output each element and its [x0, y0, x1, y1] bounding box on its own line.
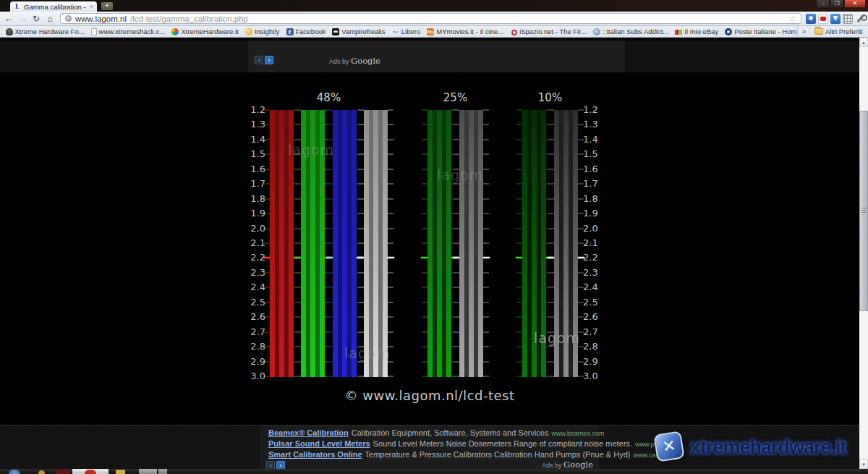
close-button[interactable]: ✕	[844, 0, 866, 8]
tick-1.8-left	[516, 198, 522, 200]
tick-2.8-left	[295, 346, 301, 347]
tick-1.3-right	[388, 124, 393, 125]
back-icon[interactable]: ←	[3, 12, 14, 25]
other-bookmarks-folder[interactable]: Altri Preferiti	[811, 26, 866, 38]
taskbar-item[interactable]	[9, 470, 20, 474]
tick-2.4-left	[516, 287, 522, 288]
tick-1.9-left	[327, 213, 333, 214]
scroll-up-icon[interactable]: ▲	[859, 38, 868, 47]
browser-tab[interactable]: L Gamma calibration - Lag... ×	[10, 1, 97, 12]
tick-1.3-left	[454, 124, 459, 125]
bookmark-item[interactable]: Xtreme Hardware Fo...	[2, 26, 88, 38]
bookmark-item[interactable]: www.xtremeshack.c...	[88, 26, 169, 38]
tick-2.1-left	[358, 242, 364, 244]
bookmark-item[interactable]: XtremeHardware.it	[169, 26, 242, 38]
bulb-favicon-icon	[245, 28, 252, 35]
extension-grid-icon[interactable]	[843, 14, 853, 24]
forward-icon[interactable]: →	[17, 12, 28, 25]
tick-3.0-left	[422, 376, 427, 377]
tick-1.2-left	[454, 109, 459, 111]
tick-1.5-left	[358, 153, 364, 155]
tick-2.5-left	[327, 302, 333, 303]
minimize-button[interactable]: –	[817, 0, 830, 8]
tick-2.5-left	[548, 302, 554, 303]
bookmark-item[interactable]: iSpazio.net - The Fir...	[507, 26, 590, 38]
tick-2.5-left	[358, 302, 364, 303]
tick-2.7-left	[327, 331, 333, 333]
taskbar-item[interactable]	[139, 469, 157, 474]
page-favicon-icon	[91, 28, 97, 35]
tick-1.9-left	[516, 213, 522, 214]
bookmark-label: Vampirefreaks	[341, 27, 386, 35]
scroll-down-icon[interactable]: ▼	[859, 460, 868, 469]
ad-title-link[interactable]: Pulsar Sound Level Meters	[268, 439, 370, 448]
extension-badge-icon[interactable]	[806, 14, 816, 24]
new-tab-button[interactable]: +	[101, 2, 113, 10]
tick-1.8-left	[454, 198, 459, 200]
bookmark-item[interactable]: Poste Italiane - Hom...	[722, 26, 797, 38]
tick-3.0-right	[388, 376, 393, 377]
tick-2.9-left	[548, 361, 554, 363]
scale-left-2.9: 2.9	[222, 356, 265, 368]
ispazio-favicon-icon	[510, 28, 517, 35]
maximize-button[interactable]: ❒	[830, 0, 843, 8]
footer-ads-by-google-link[interactable]: Ads by Google	[542, 460, 593, 470]
taskbar-item[interactable]	[72, 469, 109, 474]
taskbar-item[interactable]	[38, 470, 45, 474]
scale-left-2.5: 2.5	[222, 297, 265, 308]
tick-1.6-left	[516, 169, 522, 170]
extension-youtube-icon[interactable]	[818, 14, 828, 24]
wave-favicon-icon	[392, 28, 399, 35]
scrollbar-thumb[interactable]	[859, 111, 868, 311]
tick-1.3-right	[483, 124, 489, 125]
taskbar-item[interactable]	[56, 470, 70, 474]
tick-1.5-right	[388, 153, 393, 155]
tick-2.1-right	[483, 242, 489, 244]
tab-title: Gamma calibration - Lag...	[24, 3, 87, 11]
page-scrollbar[interactable]: ▲ ▼	[859, 38, 868, 469]
extension-download-icon[interactable]: ▼	[830, 14, 841, 24]
taskbar-item[interactable]	[116, 470, 125, 474]
tick-1.4-left	[548, 139, 554, 140]
tick-2.9-left	[295, 361, 301, 363]
bookmark-item[interactable]: MYmovies.it - Il cine...	[424, 26, 507, 38]
xtremehardware-watermark: ✕ xtremehardware.it	[652, 431, 859, 467]
tab-close-icon[interactable]: ×	[90, 3, 93, 10]
bookmark-item[interactable]: Il mio eBay	[672, 26, 722, 38]
settings-wrench-icon[interactable]	[855, 14, 865, 24]
eagle-favicon-icon	[6, 28, 13, 35]
bookmark-label: Insightly	[255, 27, 280, 35]
tick-1.2-left	[295, 109, 301, 111]
scale-left-2.7: 2.7	[222, 326, 265, 338]
tick-1.6-right	[388, 169, 393, 170]
tick-2.8-right	[483, 346, 489, 347]
tick-1.2-left	[327, 109, 333, 111]
address-bar[interactable]: www.lagom.nl /lcd-test/gamma_calibration…	[60, 13, 801, 24]
page-viewport: ‹ › Ads by Google 48%25%10%1.21.21.31.31…	[0, 38, 868, 469]
tick-1.7-left	[358, 183, 364, 185]
tick-2.8-left	[422, 346, 427, 347]
ebay-favicon-icon	[675, 30, 682, 35]
bookmark-star-icon[interactable]: ☆	[788, 14, 796, 23]
ad-title-link[interactable]: Beamex® Calibration	[268, 428, 349, 437]
bookmark-item[interactable]: Libero	[388, 26, 423, 38]
tick-2.7-left	[295, 331, 301, 333]
bookmark-item[interactable]: Insightly	[242, 26, 283, 38]
reload-icon[interactable]: ↻	[30, 12, 42, 25]
tick-2.7-left	[516, 331, 522, 333]
taskbar-item-badge	[85, 470, 96, 474]
tick-1.9-right	[388, 213, 393, 214]
scale-left-2.2: 2.2	[222, 252, 265, 263]
bookmark-item[interactable]: ::Italian Subs Addict...	[590, 26, 671, 38]
scale-right-1.8: 1.8	[583, 193, 626, 205]
tick-1.7-left	[295, 183, 301, 185]
bookmark-item[interactable]: Facebook	[283, 26, 329, 38]
scale-right-1.2: 1.2	[583, 104, 626, 116]
bookmarks-overflow-chevron[interactable]: »	[801, 27, 808, 35]
tick-2.1-left	[327, 242, 333, 244]
taskbar-item[interactable]	[158, 469, 167, 474]
home-icon[interactable]: ⌂	[44, 12, 56, 25]
bookmark-item[interactable]: Vampirefreaks	[329, 26, 389, 38]
ad-title-link[interactable]: Smart Calibrators Online	[268, 450, 362, 459]
scale-right-1.3: 1.3	[583, 119, 626, 130]
